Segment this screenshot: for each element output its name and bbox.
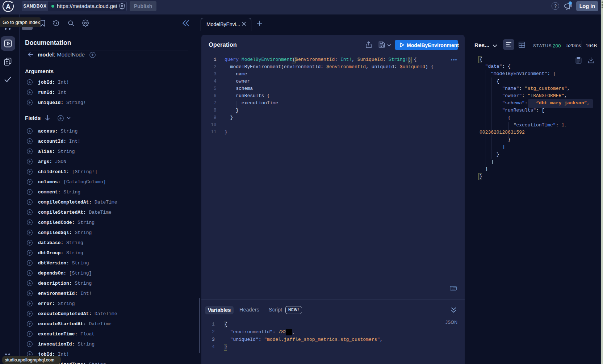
svg-text:A: A — [6, 3, 11, 11]
